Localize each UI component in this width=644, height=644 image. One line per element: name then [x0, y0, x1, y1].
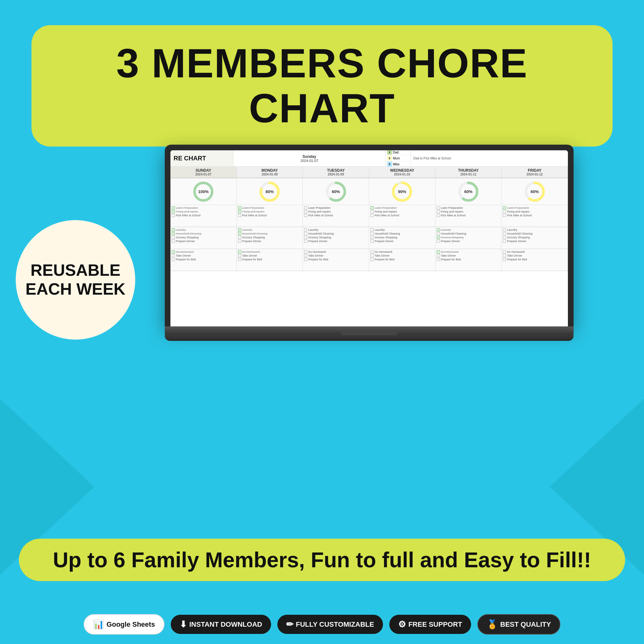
task-cell-s1-d0: LaundryHousehold CleaningGrocery Shoppin…: [170, 227, 237, 249]
task-check: [304, 232, 307, 235]
task-name: Grocery Shopping: [176, 236, 199, 239]
task-name: Lawn Preparation: [176, 206, 198, 209]
task-check: [172, 228, 175, 231]
task-cell-s0-d4: Lawn PreparationFixing and repairsPick M…: [436, 205, 502, 227]
task-name: Take Dinner: [375, 254, 390, 257]
progress-row: 100% 80% 60%: [170, 178, 568, 205]
task-name: Household Cleaning: [507, 232, 532, 235]
task-name: Do Homework: [507, 250, 525, 253]
task-name: Do Homework: [441, 250, 459, 253]
badge-instant-download[interactable]: ⬇ INSTANT DOWNLOAD: [171, 615, 271, 634]
task-check: [503, 250, 506, 253]
task-check: [172, 236, 175, 239]
badge-google-sheets[interactable]: 📊 Google Sheets: [84, 614, 164, 635]
task-name: Fixing and repairs: [308, 210, 331, 213]
task-check: [172, 254, 175, 257]
task-check: [172, 214, 175, 217]
task-cell-s0-d1: Lawn PreparationFixing and repairsPick M…: [237, 205, 303, 227]
task-check: [437, 206, 440, 209]
progress-cell-3: 90%: [369, 178, 436, 205]
task-check: [437, 258, 440, 261]
task-name: Prepare for Bed: [507, 258, 527, 261]
task-check: [304, 206, 307, 209]
task-cell-s0-d0: Lawn PreparationFixing and repairsPick M…: [170, 205, 237, 227]
badge-quality[interactable]: 🏅 BEST QUALITY: [477, 614, 560, 635]
task-check: [437, 228, 440, 231]
task-check: [370, 236, 374, 239]
task-check: [238, 236, 241, 239]
donut-label-0: 100%: [198, 189, 208, 194]
task-check: [238, 214, 241, 217]
task-name: Household Cleaning: [375, 232, 400, 235]
task-name: Laundry: [441, 228, 451, 231]
task-name: Laundry: [308, 228, 319, 231]
donut-5: 60%: [525, 181, 545, 202]
task-check: [238, 254, 241, 257]
task-name: Grocery Shopping: [375, 236, 397, 239]
task-name: Household Cleaning: [441, 232, 466, 235]
task-check: [503, 236, 506, 239]
task-name: Pick Mike at School: [441, 214, 466, 217]
footer-badges: 📊 Google Sheets ⬇ INSTANT DOWNLOAD ✏ FUL…: [0, 614, 644, 635]
laptop-screen-outer: RE CHART Sunday 2024-01-07 1 Dad: [165, 145, 574, 326]
sheet-header: RE CHART Sunday 2024-01-07 1 Dad: [170, 150, 568, 167]
laptop-screen: RE CHART Sunday 2024-01-07 1 Dad: [170, 150, 568, 326]
task-cell-s0-d2: Lawn PreparationFixing and repairsPick M…: [303, 205, 369, 227]
task-section-3: Do HomeworkTake DinnerPrepare for BedDo …: [170, 249, 568, 271]
task-check: [370, 258, 374, 261]
member-name-1: Dad: [393, 151, 399, 154]
task-check: [503, 258, 506, 261]
task-check: [304, 236, 307, 239]
task-check: [172, 232, 175, 235]
days-header: SUNDAY 2024-01-07 MONDAY 2024-01-08 TUES…: [170, 167, 568, 178]
customizable-label: FULLY CUSTOMIZABLE: [296, 620, 374, 629]
quality-label: BEST QUALITY: [500, 620, 551, 629]
google-sheets-label: Google Sheets: [107, 620, 155, 629]
donut-4: 60%: [458, 181, 479, 202]
download-icon: ⬇: [180, 619, 187, 630]
task-check: [172, 258, 175, 261]
day-col-tuesday: TUESDAY 2024-01-09: [303, 167, 369, 178]
google-sheets-icon: 📊: [93, 619, 104, 630]
sheet-title-cell: RE CHART: [170, 150, 233, 166]
edit-icon: ✏: [286, 619, 293, 630]
task-check: [370, 254, 374, 257]
task-section-1: Lawn PreparationFixing and repairsPick M…: [170, 205, 568, 227]
task-name: Take Dinner: [176, 254, 191, 257]
main-title: 3 MEMBERS CHORE CHART: [57, 41, 587, 131]
donut-label-2: 60%: [332, 189, 340, 194]
day-col-thursday: THURSDAY 2024-01-11: [436, 167, 502, 178]
task-name: Take Dinner: [441, 254, 456, 257]
progress-cell-1: 80%: [237, 178, 303, 205]
task-cell-s1-d5: LaundryHousehold CleaningGrocery Shoppin…: [502, 227, 568, 249]
task-name: Prepare Dinner: [507, 240, 526, 243]
task-name: Fixing and repairs: [507, 210, 530, 213]
donut-3: 90%: [392, 181, 412, 202]
day-col-friday: FRIDAY 2024-01-12: [502, 167, 568, 178]
badge-customizable[interactable]: ✏ FULLY CUSTOMIZABLE: [277, 615, 383, 634]
task-check: [238, 228, 241, 231]
task-name: Fixing and repairs: [176, 210, 198, 213]
task-name: Grocery Shopping: [507, 236, 530, 239]
task-check: [238, 258, 241, 261]
day-col-sunday: SUNDAY 2024-01-07: [170, 167, 237, 178]
task-check: [503, 210, 506, 213]
task-cell-s2-d2: Do HomeworkTake DinnerPrepare for Bed: [303, 249, 369, 271]
task-check: [370, 206, 374, 209]
task-check: [503, 254, 506, 257]
task-check: [503, 240, 506, 243]
sheet-date: 2024-01-07: [301, 159, 318, 163]
task-cell-s1-d1: LaundryHousehold CleaningGrocery Shoppin…: [237, 227, 303, 249]
task-check: [503, 228, 506, 231]
task-name: Fixing and repairs: [441, 210, 464, 213]
laptop: RE CHART Sunday 2024-01-07 1 Dad: [165, 145, 574, 341]
task-name: Prepare Dinner: [242, 240, 261, 243]
task-section-2: LaundryHousehold CleaningGrocery Shoppin…: [170, 227, 568, 249]
laptop-base: [165, 326, 574, 335]
task-name: Laundry: [176, 228, 186, 231]
progress-cell-2: 60%: [303, 178, 369, 205]
task-name: Household Cleaning: [308, 232, 334, 235]
task-check: [172, 206, 175, 209]
member-num-2: 2: [387, 156, 392, 161]
badge-support[interactable]: ⚙ FREE SUPPORT: [389, 615, 471, 634]
